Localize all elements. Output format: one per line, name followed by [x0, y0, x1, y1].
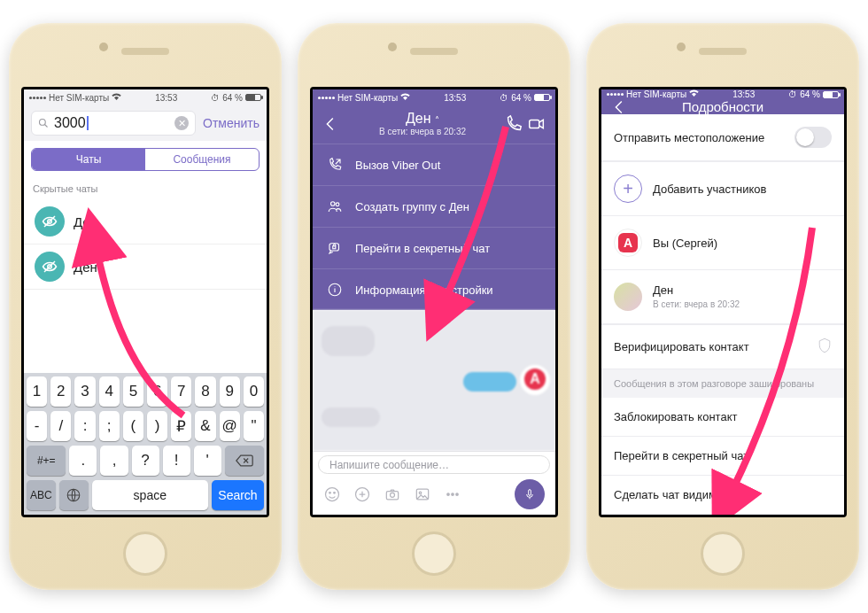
message-input[interactable]: Напишите сообщение… [318, 455, 550, 474]
segmented-control[interactable]: Чаты Сообщения [31, 148, 260, 171]
voice-call-button[interactable] [502, 113, 525, 136]
encryption-note: Сообщения в этом разговоре зашифрованы [601, 369, 844, 398]
svg-point-18 [391, 493, 395, 497]
search-input[interactable]: 3000 ✕ [31, 111, 196, 136]
key[interactable]: - [27, 411, 47, 441]
cell-verify-contact[interactable]: Верифицировать контакт [601, 325, 844, 369]
details-header: Подробности [601, 99, 844, 114]
cell-contact[interactable]: Ден В сети: вчера в 20:32 [601, 270, 844, 324]
key-abc[interactable]: ABC [27, 480, 56, 510]
backspace-icon [236, 454, 253, 467]
info-icon [327, 282, 343, 298]
key[interactable]: ? [132, 446, 159, 476]
cell-make-visible[interactable]: Сделать чат видимым [601, 476, 844, 515]
cell-send-location[interactable]: Отправить местоположение [601, 114, 844, 161]
svg-rect-24 [529, 490, 531, 496]
key[interactable]: & [195, 411, 215, 441]
video-call-button[interactable] [525, 113, 548, 136]
key-space[interactable]: space [92, 480, 208, 510]
svg-rect-7 [530, 120, 539, 128]
svg-rect-11 [333, 246, 336, 249]
key-backspace[interactable] [225, 446, 264, 476]
svg-point-14 [329, 493, 331, 494]
alarm-icon: ⏱ [788, 89, 797, 99]
phone-icon [504, 114, 523, 134]
home-button[interactable] [701, 532, 745, 576]
key-search[interactable]: Search [212, 480, 264, 510]
plus-icon[interactable] [353, 485, 371, 503]
chat-item[interactable]: Ден [24, 199, 267, 244]
key[interactable]: 6 [147, 376, 167, 407]
cell-go-secret[interactable]: Перейти в секретный чат [601, 437, 844, 476]
key[interactable]: 8 [195, 376, 215, 407]
back-button[interactable] [608, 96, 632, 119]
key[interactable]: 5 [123, 376, 143, 407]
more-icon[interactable] [444, 485, 461, 503]
tab-chats[interactable]: Чаты [32, 149, 145, 170]
key-globe[interactable] [59, 480, 89, 510]
chat-name: Ден [74, 214, 97, 229]
clock: 13:53 [732, 89, 755, 99]
search-icon [38, 118, 49, 128]
key-numswitch[interactable]: #+= [27, 446, 66, 476]
key[interactable]: 9 [220, 376, 240, 407]
key[interactable]: ' [194, 446, 221, 476]
screen-3: Нет SIM-карты 13:53 ⏱ 64 % Подробности О… [599, 87, 847, 517]
camera-icon[interactable] [384, 485, 401, 503]
keyboard[interactable]: 1234567890 -/:;()₽&@" #+= .,?!' ABC spac… [24, 373, 267, 515]
key[interactable]: 3 [74, 376, 95, 407]
phone-frame-3: Нет SIM-карты 13:53 ⏱ 64 % Подробности О… [586, 23, 859, 590]
location-toggle[interactable] [794, 127, 832, 148]
key[interactable]: 2 [50, 376, 71, 407]
menu-viber-out[interactable]: Вызов Viber Out [313, 144, 555, 185]
sticker-icon[interactable] [323, 485, 341, 503]
chat-overflow-menu: Вызов Viber Out Создать группу с Ден Пер… [313, 144, 555, 310]
shield-icon [818, 338, 832, 356]
key[interactable]: . [69, 446, 97, 476]
carrier-label: Нет SIM-карты [626, 89, 686, 99]
clear-search-button[interactable]: ✕ [174, 116, 189, 130]
home-button[interactable] [123, 532, 167, 576]
menu-info-settings[interactable]: Информация и настройки [313, 268, 555, 310]
status-bar: Нет SIM-карты 13:53 ⏱ 64 % [601, 89, 844, 99]
home-button[interactable] [412, 532, 456, 576]
cell-you[interactable]: А Вы (Сергей) [601, 216, 844, 270]
key[interactable]: " [244, 411, 264, 441]
menu-label: Информация и настройки [355, 283, 493, 297]
menu-label: Перейти в секретный чат [355, 242, 490, 255]
key[interactable]: ( [123, 411, 143, 441]
key[interactable]: 0 [244, 376, 264, 407]
section-hidden-chats: Скрытые чаты [24, 178, 267, 199]
key[interactable]: 1 [27, 376, 47, 407]
video-icon [527, 114, 546, 134]
lock-chat-icon [327, 240, 343, 256]
menu-create-group[interactable]: Создать группу с Ден [313, 185, 555, 227]
cell-block-contact[interactable]: Заблокировать контакт [601, 398, 844, 437]
key[interactable]: ₽ [171, 411, 191, 441]
key[interactable]: ) [147, 411, 167, 441]
cancel-search-button[interactable]: Отменить [203, 116, 260, 130]
battery-icon [823, 91, 839, 98]
gallery-icon[interactable] [414, 485, 431, 503]
key[interactable]: / [50, 411, 71, 441]
mic-button[interactable] [515, 479, 545, 509]
key[interactable]: 7 [171, 376, 191, 407]
plus-icon: + [614, 175, 642, 203]
key[interactable]: , [100, 446, 128, 476]
presence-label: В сети: вчера в 20:32 [343, 127, 502, 136]
key[interactable]: @ [220, 411, 240, 441]
chat-title-area[interactable]: Ден ˄ В сети: вчера в 20:32 [343, 111, 502, 136]
back-button[interactable] [320, 113, 343, 136]
key[interactable]: ! [163, 446, 190, 476]
chat-item[interactable]: Ден [24, 244, 267, 290]
svg-point-15 [334, 493, 336, 494]
clock: 13:53 [444, 93, 466, 103]
key[interactable]: : [74, 411, 95, 441]
key[interactable]: ; [99, 411, 120, 441]
phone-frame-2: Нет SIM-карты 13:53 ⏱ 64 % Ден ˄ В сети:… [298, 23, 570, 590]
cell-add-participants[interactable]: + Добавить участников [601, 162, 844, 216]
tab-messages[interactable]: Сообщения [145, 149, 259, 170]
menu-secret-chat[interactable]: Перейти в секретный чат [313, 227, 555, 268]
key[interactable]: 4 [99, 376, 120, 407]
search-bar: 3000 ✕ Отменить [24, 105, 267, 141]
